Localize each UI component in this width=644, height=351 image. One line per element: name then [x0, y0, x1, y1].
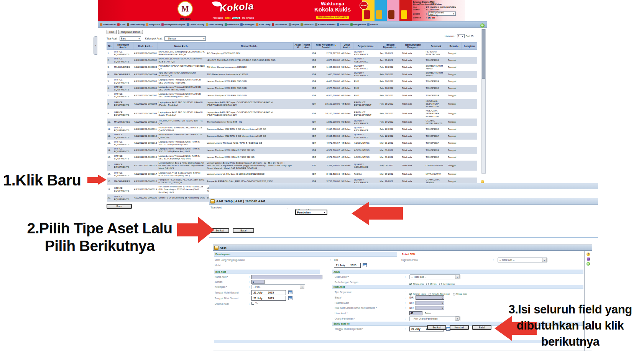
table-row[interactable]: 1.OFFICE EQUIPMENTSASJ2012201-0000001(IN… — [107, 50, 477, 57]
radio-option-ganda-menurun[interactable]: Ganda Menurun — [429, 293, 450, 295]
menu-item-buku-hutang[interactable]: Buku Hutang — [206, 23, 223, 26]
table-row[interactable]: 3.MACHINERIESASJ2012202-0000003PH METER … — [107, 64, 477, 71]
umur-aset-input[interactable]: 48 — [409, 311, 422, 315]
lokasi-select[interactable]: UMS (Owned Offices)▼ — [428, 11, 456, 16]
table-row[interactable]: 16.OFFICE EQUIPMENTSASJ2012203-0000016Le… — [107, 161, 477, 171]
sort-icon[interactable]: ▼▲ — [457, 46, 459, 48]
menu-item-pembelian[interactable]: Pembelian — [225, 23, 239, 26]
sort-icon[interactable]: ▼▲ — [187, 46, 189, 48]
nilai-setelah-input[interactable]: 0 — [416, 306, 444, 310]
mulai-date-input[interactable]: 21 July 2025 — [334, 263, 361, 268]
column-header-kode-aset[interactable]: Kode Aset▼▲ — [133, 43, 158, 50]
sort-icon[interactable]: ▼▲ — [150, 46, 153, 48]
tgl-akhir-garansi-input[interactable]: 21 July 2025 — [251, 296, 286, 301]
refresh-icon[interactable]: ⟳ — [586, 262, 590, 266]
sort-icon[interactable]: ▼▲ — [125, 47, 127, 49]
table-row[interactable]: 9.OFFICE EQUIPMENTSASJ2012202-0000009Lap… — [107, 109, 477, 119]
column-header-umur-aset[interactable]: Umur Aset▼▲ — [341, 43, 353, 50]
form-kembali-button[interactable]: Kembali — [450, 325, 469, 330]
column-header-tanggal-diperoleh[interactable]: Tanggal Diperoleh▼▲ — [379, 43, 401, 50]
menu-item-keuangan[interactable]: Keuangan — [240, 23, 255, 26]
calendar-icon[interactable] — [363, 263, 367, 267]
cari-button[interactable]: Cari — [107, 30, 117, 34]
biaya-input[interactable]: 0 — [416, 295, 444, 300]
vertical-scrollbar[interactable] — [481, 29, 486, 174]
sidebar-collapse-handle[interactable]: ◄ — [94, 36, 97, 55]
menu-item-penjualan[interactable]: Penjualan — [146, 23, 160, 26]
radio-icon[interactable] — [453, 293, 455, 295]
menu-item-pengaturan[interactable]: Pengaturan — [350, 23, 366, 26]
radio-option-tidak-ada[interactable]: Tidak ada — [453, 293, 467, 295]
scrollbar-thumb[interactable] — [482, 29, 485, 79]
table-row[interactable]: 8.OFFICE EQUIPMENTSASJ2012202-0000008Lap… — [107, 99, 477, 109]
sort-icon[interactable]: ▼▲ — [416, 47, 419, 49]
nama-aset-input[interactable] — [251, 275, 322, 279]
kelompok-aset-select[interactable]: -- Semua --▼ — [164, 36, 206, 41]
menu-item-produksi[interactable]: Produksi — [301, 23, 313, 26]
refresh-icon[interactable]: ⟳ — [480, 23, 485, 28]
menu-item-crm[interactable]: CRM — [117, 23, 125, 26]
tipe-aset-select[interactable]: Baru▼ — [120, 36, 141, 41]
table-row[interactable]: 17.OFFICE EQUIPMENTSASJ2012203-0000017La… — [107, 171, 477, 178]
column-header-nilai-perolehan[interactable]: Nilai Perolehan▼▲Jumlah — [312, 43, 341, 50]
top-nav-links[interactable]: Home|Data Anda|HR|Keluar — [413, 3, 464, 5]
table-row[interactable]: 5.OFFICE EQUIPMENTSASJ2012202-0000005Lap… — [107, 78, 477, 85]
table-row[interactable]: 12.OFFICE EQUIPMENTSASJ2012202-0000012HA… — [107, 133, 477, 139]
sort-icon[interactable]: ▼▲ — [334, 44, 336, 46]
page-select[interactable]: 1▼ — [457, 34, 465, 38]
orang-pembelian-select[interactable]: -- Pilih Orang Pembelian -- ▼ — [409, 316, 460, 321]
cost-center-select[interactable]: -- Tidak ada -- ▼ — [409, 274, 460, 279]
menu-item-utilitas[interactable]: Utilitas — [367, 23, 378, 26]
pasaran-aset-input[interactable]: 0 — [416, 301, 444, 305]
sort-icon[interactable]: ▼▲ — [348, 47, 351, 49]
menu-item-persediaan[interactable]: Persediaan — [272, 23, 287, 26]
chevron-down-icon: ▼ — [138, 38, 140, 40]
menu-item-manajemen-proyek[interactable]: Manajemen Proyek — [161, 23, 185, 26]
tipe-transaksi-select[interactable]: Pembelian ▼ — [295, 210, 327, 215]
radio-option-garis-lurus[interactable]: Garis Lurus — [409, 293, 426, 295]
column-header-kelompok-aset[interactable]: Kelompok Aset▼▲ — [113, 43, 133, 50]
column-header-departemen[interactable]: Departemen▼▲ — [353, 43, 379, 50]
help-icon[interactable]: ? — [586, 253, 590, 256]
radio-icon[interactable] — [409, 293, 412, 295]
menu-item-buku-piutang[interactable]: Buku Piutang — [127, 23, 145, 26]
tools-icon[interactable] — [587, 258, 590, 261]
kelompok-select[interactable]: --Pilih-- ▼ — [251, 284, 305, 289]
table-row[interactable]: 14.OFFICE EQUIPMENTSASJ2012203-0000014La… — [107, 147, 477, 154]
duplikat-checkbox[interactable] — [251, 302, 254, 305]
tugaskan-pada-select[interactable]: -- Tidak ada -- ▼ — [498, 258, 547, 262]
table-row[interactable]: 2.OFFICE EQUIPMENTSASJ2012201-0000002(IN… — [107, 57, 477, 64]
sort-icon[interactable]: ▼▲ — [394, 47, 397, 49]
column-header-nomor-serial[interactable]: Nomor Serial▼▲ — [206, 43, 294, 50]
radio-icon[interactable] — [429, 293, 431, 295]
sort-icon[interactable]: ▼▲ — [256, 46, 259, 48]
column-header-nama-aset[interactable]: Nama Aset▼▲ — [158, 43, 206, 50]
calendar-icon[interactable] — [288, 290, 292, 294]
form-berikut-button[interactable]: Berikut — [427, 325, 446, 330]
menu-item-aset-tetap[interactable]: Aset Tetap — [256, 23, 271, 26]
flag-indonesia-icon[interactable] — [432, 17, 435, 19]
table-row[interactable]: 10.MACHINERIESASJ2012202-0000010THERMOHY… — [107, 119, 477, 126]
table-row[interactable]: 4.MACHINERIESASJ2012202-0000004TDS METER… — [107, 71, 477, 78]
form-batal-button[interactable]: Batal — [472, 325, 491, 330]
menu-item-direct-selling[interactable]: Direct Selling — [187, 23, 204, 26]
menu-item-proyek[interactable]: Proyek — [289, 23, 299, 26]
menu-item-kontrol-kualitas[interactable]: Kontrol Kualitas — [315, 23, 336, 26]
sort-icon[interactable]: ▼▲ — [372, 46, 375, 48]
table-row[interactable]: 15.OFFICE EQUIPMENTSASJ2012203-0000015La… — [107, 154, 477, 161]
tampilkan-semua-button[interactable]: Tampilkan semua — [118, 30, 143, 34]
baru-button[interactable]: Baru — [107, 204, 132, 209]
table-row[interactable]: 11.OFFICE EQUIPMENTSASJ2012202-0000011HA… — [107, 126, 477, 133]
table-row[interactable]: 6.OFFICE EQUIPMENTSASJ2012202-0000006Lap… — [107, 85, 477, 92]
calendar-icon[interactable] — [288, 296, 292, 300]
column-header-berhubungan-dengan[interactable]: Berhubungan Dengan▼▲ — [401, 43, 425, 50]
flag-uk-icon[interactable] — [428, 17, 431, 19]
jumlah-input[interactable]: 1 — [251, 280, 264, 284]
table-row[interactable]: 7.OFFICE EQUIPMENTSASJ2012202-0000007Lap… — [107, 92, 477, 99]
batal-button[interactable]: Batal — [233, 228, 254, 233]
table-row[interactable]: 13.OFFICE EQUIPMENTSASJ2012203-0000013La… — [107, 140, 477, 147]
tgl-mulai-garansi-input[interactable]: 21 July 2025 — [251, 290, 286, 295]
column-header-relasi[interactable]: Relasi▼▲ — [447, 43, 462, 50]
menu-item-buku-besar[interactable]: Buku Besar — [100, 23, 116, 26]
menu-item-analisis[interactable]: Analisis — [337, 23, 349, 26]
